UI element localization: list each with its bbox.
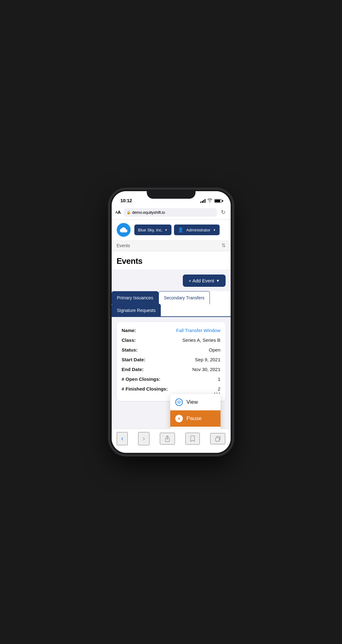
open-closings-label: # Open Closings: bbox=[122, 376, 160, 382]
app-header: Blue Sky, Inc. ▼ 👤 Administrator ▼ bbox=[112, 220, 231, 240]
lock-icon: 🔒 bbox=[126, 210, 131, 214]
card-row-finished-closings: # Finished Closings: 2 bbox=[122, 386, 221, 391]
breadcrumb-text: Events bbox=[117, 243, 130, 248]
card-row-status: Status: Open bbox=[122, 347, 221, 353]
app-logo bbox=[117, 223, 131, 237]
breadcrumb-arrows: ⇅ bbox=[221, 242, 226, 248]
url-text: demo.equityshift.io bbox=[132, 210, 165, 215]
card-row-name: Name: Fall Transfer Window bbox=[122, 328, 221, 333]
card-row-start-date: Start Date: Sep 9, 2021 bbox=[122, 357, 221, 362]
tab-primary-issuances-label: Primary Issuances bbox=[117, 295, 153, 300]
menu-view-label: View bbox=[187, 399, 198, 405]
tab-signature-requests[interactable]: Signature Requests bbox=[112, 304, 161, 317]
phone-screen: 10:12 bbox=[112, 191, 231, 453]
add-event-button[interactable]: + Add Event ▼ bbox=[183, 275, 225, 287]
notch bbox=[147, 189, 195, 199]
card-row-open-closings: # Open Closings: 1 bbox=[122, 376, 221, 382]
url-bar[interactable]: 🔒 demo.equityshift.io bbox=[123, 208, 217, 217]
menu-item-end[interactable]: End bbox=[170, 427, 221, 429]
svg-point-2 bbox=[177, 416, 181, 421]
name-label: Name: bbox=[122, 328, 136, 333]
text-size-large: A bbox=[117, 210, 121, 215]
status-label: Status: bbox=[122, 347, 138, 353]
add-event-section: + Add Event ▼ bbox=[112, 270, 231, 291]
wifi-icon bbox=[207, 198, 212, 203]
event-card: Name: Fall Transfer Window Class: Series… bbox=[117, 322, 226, 401]
card-section: Name: Fall Transfer Window Class: Series… bbox=[112, 317, 231, 406]
back-button[interactable]: ‹ bbox=[117, 432, 128, 445]
class-value: Series A, Series B bbox=[182, 337, 221, 343]
add-event-dropdown-arrow: ▼ bbox=[216, 279, 220, 283]
card-row-class: Class: Series A, Series B bbox=[122, 337, 221, 343]
company-dropdown-arrow: ▼ bbox=[165, 228, 168, 232]
phone-frame: 10:12 bbox=[110, 189, 233, 455]
main-content: Events + Add Event ▼ Primary Issuances S… bbox=[112, 251, 231, 429]
battery-fill bbox=[215, 200, 220, 202]
start-date-value: Sep 9, 2021 bbox=[195, 357, 221, 362]
end-date-label: End Date: bbox=[122, 367, 144, 372]
start-date-label: Start Date: bbox=[122, 357, 146, 362]
pause-icon bbox=[175, 415, 183, 422]
tab-signature-requests-label: Signature Requests bbox=[117, 308, 156, 313]
bottom-nav: ‹ › bbox=[112, 429, 231, 453]
context-menu: View Pause bbox=[170, 394, 221, 429]
page-title: Events bbox=[117, 256, 226, 266]
status-time: 10:12 bbox=[121, 198, 132, 203]
tabs-button[interactable] bbox=[210, 433, 225, 444]
tabs-row: Primary Issuances Secondary Transfers bbox=[112, 291, 231, 304]
svg-rect-6 bbox=[216, 438, 219, 441]
admin-dropdown-btn[interactable]: 👤 Administrator ▼ bbox=[174, 225, 220, 235]
share-button[interactable] bbox=[160, 433, 175, 445]
refresh-button[interactable]: ↻ bbox=[220, 208, 227, 217]
browser-bar: AA 🔒 demo.equityshift.io ↻ bbox=[112, 205, 231, 220]
bookmarks-button[interactable] bbox=[185, 433, 200, 445]
cloud-icon bbox=[120, 226, 127, 234]
svg-rect-4 bbox=[179, 418, 180, 420]
finished-closings-label: # Finished Closings: bbox=[122, 386, 168, 391]
tab-secondary-transfers-label: Secondary Transfers bbox=[164, 295, 205, 300]
card-row-end-date: End Date: Nov 30, 2021 bbox=[122, 367, 221, 372]
class-label: Class: bbox=[122, 337, 136, 343]
svg-rect-3 bbox=[178, 418, 179, 420]
tab-secondary-transfers[interactable]: Secondary Transfers bbox=[159, 291, 210, 304]
breadcrumb-bar: Events ⇅ bbox=[112, 240, 231, 251]
end-date-value: Nov 30, 2021 bbox=[192, 367, 220, 372]
menu-item-pause[interactable]: Pause bbox=[170, 410, 221, 427]
status-icons bbox=[200, 198, 222, 203]
admin-label: Administrator bbox=[186, 228, 210, 232]
svg-point-1 bbox=[178, 402, 180, 403]
battery-icon bbox=[214, 199, 222, 203]
status-value: Open bbox=[209, 347, 221, 353]
menu-item-view[interactable]: View bbox=[170, 394, 221, 410]
tabs-section: Primary Issuances Secondary Transfers Si… bbox=[112, 291, 231, 317]
company-dropdown-btn[interactable]: Blue Sky, Inc. ▼ bbox=[134, 225, 171, 235]
page-title-section: Events bbox=[112, 251, 231, 270]
admin-dropdown-arrow: ▼ bbox=[213, 228, 216, 232]
view-icon bbox=[175, 398, 183, 406]
name-value[interactable]: Fall Transfer Window bbox=[176, 328, 221, 333]
header-buttons: Blue Sky, Inc. ▼ 👤 Administrator ▼ bbox=[134, 225, 226, 235]
menu-pause-label: Pause bbox=[187, 415, 202, 422]
company-label: Blue Sky, Inc. bbox=[138, 228, 163, 232]
admin-icon: 👤 bbox=[178, 227, 184, 233]
open-closings-value: 1 bbox=[218, 376, 220, 382]
text-size-control[interactable]: AA bbox=[115, 209, 121, 215]
signal-icon bbox=[200, 199, 205, 203]
add-event-label: + Add Event bbox=[188, 278, 214, 283]
forward-button[interactable]: › bbox=[138, 432, 149, 445]
tab-primary-issuances[interactable]: Primary Issuances bbox=[112, 291, 159, 304]
